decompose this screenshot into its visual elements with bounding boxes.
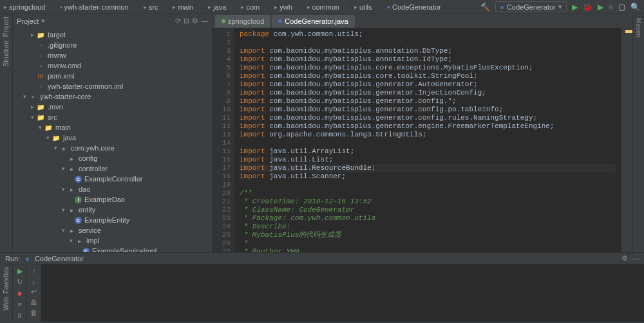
tree-twisty-icon[interactable]: ▾ xyxy=(59,165,67,172)
tree-twisty-icon[interactable]: ▸ xyxy=(28,104,36,110)
breadcrumb-item[interactable]: ▸main xyxy=(173,3,193,11)
run-config-selector[interactable]: ● CodeGenerator ▾ xyxy=(495,1,566,12)
layout-icon[interactable]: ▢ xyxy=(618,3,625,12)
tree-row[interactable]: ▫ywh-starter-common.iml xyxy=(13,81,212,91)
debug-icon[interactable]: 🐞 xyxy=(583,3,592,12)
tree-twisty-icon[interactable]: ▾ xyxy=(44,134,52,141)
editor-area: springcloudCodeGenerator.java 1234567891… xyxy=(213,14,632,252)
tree-item-label: ywh-starter-common.iml xyxy=(48,82,123,90)
tree-twisty-icon[interactable]: ▾ xyxy=(36,124,44,131)
tree-twisty-icon[interactable]: ▾ xyxy=(21,93,28,100)
tree-twisty-icon[interactable]: ▾ xyxy=(67,237,75,244)
tree-twisty-icon[interactable]: ▾ xyxy=(59,207,67,213)
pkg-icon: ▸ xyxy=(67,185,76,194)
run-coverage-icon[interactable]: ▶ xyxy=(598,3,603,12)
minimize-icon[interactable]: — xyxy=(632,254,639,263)
favorites-tool-tab[interactable]: Favorites xyxy=(3,267,10,293)
hide-icon[interactable]: — xyxy=(201,17,208,25)
tree-row[interactable]: ▾▸entity xyxy=(13,205,212,215)
breadcrumb-item[interactable]: ●CodeGenerator xyxy=(387,3,441,11)
breadcrumb-label: main xyxy=(178,3,193,11)
breadcrumb-item[interactable]: ▸springcloud xyxy=(4,3,45,11)
tree-row[interactable]: ▾▪ywh-starter-core xyxy=(13,91,212,102)
tree-twisty-icon[interactable]: ▾ xyxy=(59,186,67,192)
tree-row[interactable]: ▾▸controller xyxy=(13,163,212,174)
print-icon[interactable]: 🖶 xyxy=(30,299,37,306)
stop-icon[interactable]: ■ xyxy=(15,289,24,297)
tree-row[interactable]: ▾📁java xyxy=(13,133,212,143)
breadcrumb-item[interactable]: ▪ywh-starter-common xyxy=(60,3,128,11)
tree-row[interactable]: ▸📁target xyxy=(13,30,212,40)
tree-row[interactable]: ▾▸com.ywh.core xyxy=(13,143,212,153)
code-line: package com.ywh.common.utils; xyxy=(240,30,616,39)
tree-item-label: java xyxy=(63,134,76,142)
tree-row[interactable]: ▫mvnw xyxy=(13,50,212,60)
tree-twisty-icon[interactable]: ▾ xyxy=(52,145,59,151)
tree-row[interactable]: ▫.gitignore xyxy=(13,40,212,50)
tree-row[interactable]: IExampleDao xyxy=(13,194,212,205)
stop-icon[interactable]: ■ xyxy=(609,3,613,12)
tree-twisty-icon[interactable]: ▾ xyxy=(28,114,36,120)
line-number: 12 xyxy=(214,122,231,131)
run-panel-title: Run: xyxy=(5,255,20,263)
editor-tab[interactable]: springcloud xyxy=(215,15,270,28)
up-icon[interactable]: ↑ xyxy=(32,267,36,275)
tree-row[interactable]: ▸config xyxy=(13,153,212,163)
tree-row[interactable]: mpom.xml xyxy=(13,71,212,81)
tree-twisty-icon[interactable]: ▸ xyxy=(28,32,36,38)
pause-icon[interactable]: ⏸ xyxy=(15,311,24,319)
tree-row[interactable]: ▸📁.mvn xyxy=(13,102,212,112)
wrap-icon[interactable]: ↩ xyxy=(31,288,37,296)
breadcrumb-item[interactable]: ▸src xyxy=(144,3,158,11)
down-icon[interactable]: ↓ xyxy=(32,277,36,285)
breadcrumb-item[interactable]: ▸java xyxy=(208,3,226,11)
structure-tool-tab[interactable]: Structure xyxy=(3,41,10,67)
warning-marker[interactable] xyxy=(625,30,632,33)
collapse-icon[interactable]: ⊟ xyxy=(184,17,189,25)
code-line: import java.util.Scanner; xyxy=(240,172,616,181)
tree-twisty-icon[interactable]: ▾ xyxy=(59,227,67,234)
code-line: import com.baomidou.mybatisplus.generato… xyxy=(240,89,616,97)
pkg-icon: ▸ xyxy=(67,205,76,214)
project-tool-tab[interactable]: Project xyxy=(3,17,10,37)
refresh-icon[interactable]: ↻ xyxy=(15,278,24,286)
tree-row[interactable]: CExampleServiceImpl xyxy=(13,246,212,252)
gear-icon[interactable]: ⚙ xyxy=(192,17,198,25)
tree-row[interactable]: ▾▸service xyxy=(13,225,212,235)
project-tree[interactable]: ▸📁target ▫.gitignore ▫mvnw ▫mvnw.cmd mpo… xyxy=(13,28,212,252)
tree-row[interactable]: ▫mvnw.cmd xyxy=(13,60,212,71)
sync-icon[interactable]: ⟳ xyxy=(175,17,181,25)
tree-row[interactable]: CExampleEntity xyxy=(13,215,212,225)
hammer-icon[interactable]: 🔨 xyxy=(480,3,490,12)
search-icon[interactable]: 🔍 xyxy=(630,3,640,12)
breadcrumb-item[interactable]: ▸com xyxy=(241,3,260,11)
tree-row[interactable]: ▾📁src xyxy=(13,112,212,122)
web-tool-tab[interactable]: Web xyxy=(3,297,10,310)
breadcrumb-item[interactable]: ▸utils xyxy=(354,3,372,11)
run-toolbar-secondary: ↑ ↓ ↩ 🖶 🗑 xyxy=(27,264,41,322)
error-stripe[interactable] xyxy=(621,28,632,252)
trace-icon[interactable]: ≡ xyxy=(15,300,24,308)
code-line: import org.apache.commons.lang3.StringUt… xyxy=(240,131,616,139)
code-editor[interactable]: package com.ywh.common.utils; import com… xyxy=(234,28,621,252)
breadcrumb-item[interactable]: ▸common xyxy=(307,3,339,11)
chevron-down-icon[interactable]: ▾ xyxy=(41,17,45,25)
breadcrumb-item[interactable]: ▸ywh xyxy=(274,3,292,11)
rerun-icon[interactable]: ▶ xyxy=(15,267,24,275)
editor-tab[interactable]: CodeGenerator.java xyxy=(272,15,354,28)
maven-tool-tab[interactable]: Maven xyxy=(635,18,642,37)
tree-item-label: mvnw.cmd xyxy=(48,62,81,69)
tree-row[interactable]: ▾▸dao xyxy=(13,184,212,194)
tree-row[interactable]: CExampleController xyxy=(13,174,212,184)
line-number: 14 xyxy=(214,139,231,147)
tree-row[interactable]: ▾📁main xyxy=(13,122,212,133)
trash-icon[interactable]: 🗑 xyxy=(30,309,37,317)
code-line: import com.baomidou.mybatisplus.core.exc… xyxy=(240,64,616,72)
tree-item-label: service xyxy=(79,226,101,234)
gear-icon[interactable]: ⚙ xyxy=(621,254,628,263)
run-icon[interactable]: ▶ xyxy=(572,3,578,12)
tree-row[interactable]: ▾▸impl xyxy=(13,235,212,246)
console-output[interactable] xyxy=(41,264,644,322)
line-number: 10 xyxy=(214,106,231,114)
file-icon: ▫ xyxy=(36,41,45,50)
